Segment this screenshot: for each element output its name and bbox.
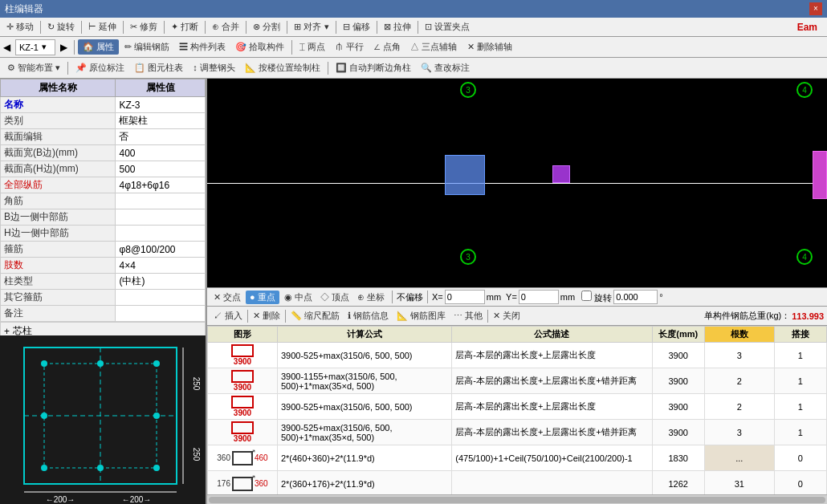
row3-count: 2 bbox=[704, 394, 774, 420]
rotate-button[interactable]: ↻ 旋转 bbox=[44, 20, 78, 34]
close-button[interactable]: × bbox=[809, 2, 822, 15]
sep-t3-1 bbox=[67, 62, 68, 75]
sep7 bbox=[287, 21, 287, 34]
prop-header-name: 属性名称 bbox=[1, 79, 116, 97]
toolbar1: ✛ 移动 ↻ 旋转 ⊢ 延伸 ✂ 修剪 ✦ 打断 ⊕ 合并 ⊗ 分割 ⊞ 对齐 … bbox=[0, 18, 827, 37]
prop-value-type: (中柱) bbox=[116, 274, 206, 290]
stretch-button[interactable]: ⊠ 拉伸 bbox=[381, 20, 414, 34]
row1-shape: 3900 bbox=[208, 343, 278, 368]
point-angle-button[interactable]: ∠ 点角 bbox=[369, 39, 405, 55]
prop-value-width[interactable]: 400 bbox=[116, 145, 206, 161]
prop-label-stirrup: 箍筋 bbox=[1, 242, 116, 258]
y-input[interactable] bbox=[519, 290, 559, 304]
arrow-right-icon[interactable]: ▶ bbox=[60, 42, 67, 53]
move-button[interactable]: ✛ 移动 bbox=[3, 20, 37, 34]
close-panel-button[interactable]: ✕ 关闭 bbox=[490, 309, 523, 323]
adjust-head-button[interactable]: ↕ 调整钢头 bbox=[189, 60, 239, 75]
row4-overlap: 1 bbox=[774, 420, 826, 445]
x-input[interactable] bbox=[445, 290, 485, 304]
prop-row-height: 截面高(H边)(mm) 500 bbox=[1, 161, 206, 177]
sep9 bbox=[377, 21, 377, 34]
offset-button[interactable]: ⊟ 偏移 bbox=[340, 20, 373, 34]
prop-row-legs: 肢数 4×4 bbox=[1, 258, 206, 274]
data-table: 图形 计算公式 公式描述 长度(mm) 根数 搭接 3900 bbox=[207, 326, 827, 494]
rebar-diagram-button[interactable]: 📐 钢筋图库 bbox=[393, 309, 449, 323]
align-button[interactable]: ⊞ 对齐 ▾ bbox=[291, 20, 332, 34]
table-row: 3900 3900-525+max(3150/6, 500, 500) 层高-本… bbox=[208, 343, 827, 368]
property-table-wrapper: 属性名称 属性值 名称 KZ-3 类别 框架柱 截面编辑 否 bbox=[0, 79, 206, 335]
merge-button[interactable]: ⊕ 合并 bbox=[209, 20, 242, 34]
prop-value-corner[interactable] bbox=[116, 193, 206, 209]
prop-value-stirrup[interactable]: φ8@100/200 bbox=[116, 242, 206, 258]
prop-label-h-mid: H边一侧中部筋 bbox=[1, 226, 116, 242]
parallel-button[interactable]: ⫛ 平行 bbox=[331, 39, 368, 55]
table-row: 3900 3900-525+max(3150/6, 500, 500) 层高-本… bbox=[208, 394, 827, 420]
element-table-button[interactable]: 📋 图元柱表 bbox=[130, 60, 187, 75]
auto-corner-button[interactable]: 🔲 自动判断边角柱 bbox=[332, 60, 415, 75]
prop-row-h-mid: H边一侧中部筋 bbox=[1, 226, 206, 242]
delete-button[interactable]: ✕ 删除 bbox=[250, 309, 283, 323]
scale-rebar-button[interactable]: 📏 缩尺配筋 bbox=[287, 309, 343, 323]
sep1 bbox=[40, 21, 41, 34]
row6-formula: 2*(360+176)+2*(11.9*d) bbox=[277, 471, 451, 495]
rebar-info-button[interactable]: ℹ 钢筋信息 bbox=[344, 309, 392, 323]
prop-value-height[interactable]: 500 bbox=[116, 161, 206, 177]
arrow-left-icon[interactable]: ◀ bbox=[3, 42, 10, 53]
dim-label-250a: 250 bbox=[192, 377, 201, 391]
break-button[interactable]: ✦ 打断 bbox=[168, 20, 202, 34]
prop-row-name[interactable]: 名称 KZ-3 bbox=[1, 97, 206, 113]
origin-label-button[interactable]: 📌 原位标注 bbox=[71, 60, 128, 75]
row1-formula: 3900-525+max(3150/6, 500, 500) bbox=[277, 343, 451, 368]
prop-value-note[interactable] bbox=[116, 306, 206, 322]
prop-value-b-mid[interactable] bbox=[116, 209, 206, 226]
row2-desc: 层高-本层的露出长度+上层露出长度+错并距离 bbox=[452, 368, 652, 394]
tab-edit-rebar[interactable]: ✏ 编辑钢筋 bbox=[120, 39, 173, 55]
act-sep1 bbox=[247, 310, 248, 323]
prop-value-category: 框架柱 bbox=[116, 113, 206, 129]
extend-button[interactable]: ⊢ 延伸 bbox=[85, 20, 120, 34]
col-header-formula: 计算公式 bbox=[277, 327, 451, 343]
rotate-checkbox[interactable] bbox=[581, 291, 592, 301]
sep2 bbox=[81, 21, 82, 34]
prop-row-corner: 角筋 bbox=[1, 193, 206, 209]
tab-properties[interactable]: 🏠 属性 bbox=[78, 39, 119, 55]
row3-length: 3900 bbox=[652, 394, 704, 420]
component-dropdown[interactable]: KZ-1 ▾ bbox=[15, 39, 55, 55]
rotate-input[interactable] bbox=[613, 290, 658, 304]
row3-formula: 3900-525+max(3150/6, 500, 500) bbox=[277, 394, 451, 420]
draw-by-floor-button[interactable]: 📐 按楼位置绘制柱 bbox=[241, 60, 324, 75]
prop-value-name[interactable]: KZ-3 bbox=[116, 97, 206, 113]
prop-label-b-mid: B边一侧中部筋 bbox=[1, 209, 116, 226]
prop-value-h-mid[interactable] bbox=[116, 226, 206, 242]
snap-endpoint[interactable]: ● 重点 bbox=[246, 291, 279, 304]
row3-shape: 3900 bbox=[208, 394, 278, 420]
tab-pick-component[interactable]: 🎯 拾取构件 bbox=[231, 39, 288, 55]
set-grip-button[interactable]: ⊡ 设置夹点 bbox=[422, 20, 473, 34]
snap-intersection[interactable]: ✕ 交点 bbox=[210, 291, 244, 304]
prop-value-full-rebar[interactable]: 4φ18+6φ16 bbox=[116, 177, 206, 193]
snap-coordinate[interactable]: ⊕ 坐标 bbox=[354, 291, 388, 304]
insert-button[interactable]: ↙ 插入 bbox=[210, 309, 246, 323]
prop-value-legs[interactable]: 4×4 bbox=[116, 258, 206, 274]
smart-layout-button[interactable]: ⚙ 智能布置 ▾ bbox=[3, 60, 64, 75]
corner-dot-bl bbox=[41, 465, 47, 471]
two-point-button[interactable]: ⌶ 两点 bbox=[295, 39, 329, 55]
canvas-hline bbox=[207, 183, 827, 184]
snap-midpoint[interactable]: ◉ 中点 bbox=[281, 291, 316, 304]
row5-count: ... bbox=[704, 445, 774, 471]
prop-label-note: 备注 bbox=[1, 306, 116, 322]
other-button[interactable]: ⋯ 其他 bbox=[450, 309, 486, 323]
prop-value-other-stirrup[interactable] bbox=[116, 290, 206, 306]
three-point-button[interactable]: △ 三点辅轴 bbox=[406, 39, 461, 55]
action-toolbar: ↙ 插入 ✕ 删除 📏 缩尺配筋 ℹ 钢筋信息 📐 钢筋图库 ⋯ 其他 ✕ 关闭… bbox=[207, 307, 827, 326]
snap-vertex[interactable]: ◇ 顶点 bbox=[317, 291, 352, 304]
horizontal-scrollbar[interactable] bbox=[207, 494, 827, 504]
coord-sep bbox=[427, 291, 428, 303]
check-label-button[interactable]: 🔍 查改标注 bbox=[417, 60, 474, 75]
delete-axis-button[interactable]: ✕ 删除辅轴 bbox=[463, 39, 516, 55]
split-button[interactable]: ⊗ 分割 bbox=[250, 20, 283, 34]
prop-label-other-stirrup: 其它箍筋 bbox=[1, 290, 116, 306]
tab-component-list[interactable]: ☰ 构件列表 bbox=[175, 39, 230, 55]
trim-button[interactable]: ✂ 修剪 bbox=[127, 20, 161, 34]
xin-zhu-row[interactable]: + 芯柱 bbox=[0, 322, 206, 335]
